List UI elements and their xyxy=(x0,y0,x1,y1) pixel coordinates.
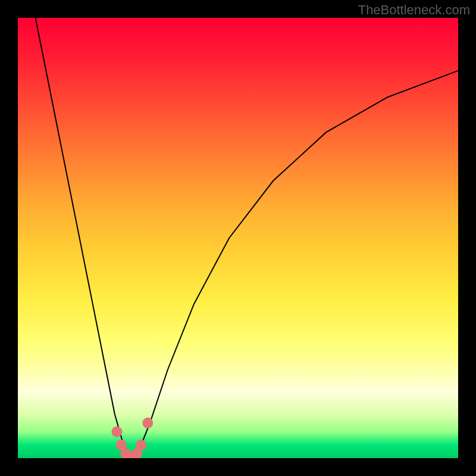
highlight-dot xyxy=(116,440,127,450)
highlighted-dots-group xyxy=(112,418,154,458)
plot-area xyxy=(18,18,458,458)
highlight-dot xyxy=(120,449,131,458)
bottleneck-curve-svg xyxy=(18,18,458,458)
highlight-dot xyxy=(129,452,140,458)
highlight-dot xyxy=(131,449,142,458)
chart-frame: TheBottleneck.com xyxy=(0,0,476,476)
bottleneck-curve-path xyxy=(36,18,458,458)
highlight-dot xyxy=(136,440,146,450)
highlight-dot xyxy=(142,418,153,428)
highlight-dot xyxy=(112,427,123,437)
highlight-dot xyxy=(125,452,136,458)
watermark-text: TheBottleneck.com xyxy=(358,2,470,18)
